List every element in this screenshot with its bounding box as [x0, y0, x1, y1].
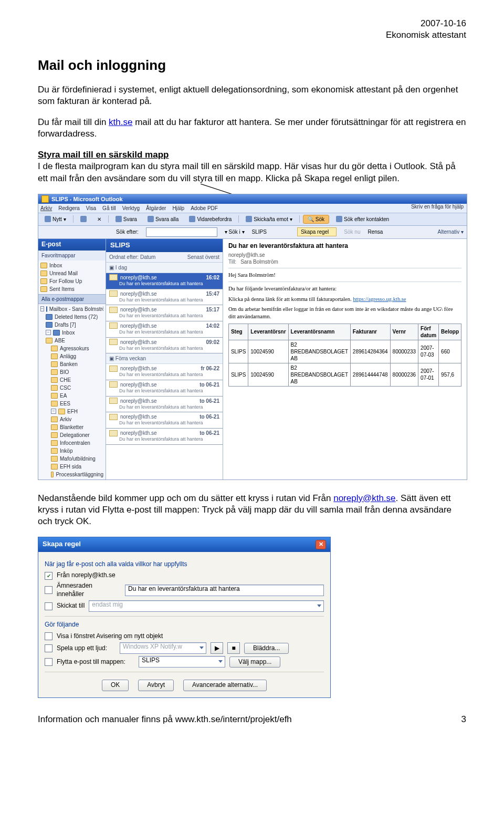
folder-item[interactable]: BIO — [40, 368, 103, 376]
folder-item[interactable]: Sent Items — [40, 285, 103, 293]
menu-gatill[interactable]: Gå till — [102, 205, 116, 212]
menu-adobepdf[interactable]: Adobe PDF — [191, 205, 218, 212]
message-list-pane: SLIPS Ordnat efter: DatumSenast överst ▣… — [106, 239, 223, 479]
outlook-screenshot: SLIPS - Microsoft Outlook Arkiv Redigera… — [38, 194, 467, 480]
folder-item[interactable]: CHE — [40, 376, 103, 384]
folder-item[interactable]: Inbox — [40, 262, 103, 269]
cb-from[interactable]: ✔ — [45, 572, 52, 580]
para-4: Nedanstående bild kommer upp och om du s… — [38, 493, 466, 527]
folder-item[interactable]: CSC — [40, 384, 103, 392]
noreply-link[interactable]: noreply@kth.se — [333, 493, 395, 503]
mail-subject: Du har en leverantörsfaktura att hantera — [228, 242, 461, 251]
tb-nytt[interactable]: Nytt ▾ — [41, 215, 70, 224]
outlook-menubar: Arkiv Redigera Visa Gå till Verktyg Åtgä… — [38, 204, 467, 213]
mail-item[interactable]: noreply@kth.seto 06-21Du har en leverant… — [106, 412, 223, 429]
tb-skicka[interactable]: Skicka/ta emot ▾ — [242, 215, 296, 224]
folder-item[interactable]: Deleted Items (72) — [40, 313, 103, 321]
mail-item[interactable]: noreply@kth.se14:02Du har en leverantörs… — [106, 321, 223, 338]
folder-item[interactable]: Delegationer — [40, 431, 103, 439]
advanced-button[interactable]: Avancerade alternativ... — [183, 680, 267, 691]
search-input[interactable] — [146, 227, 217, 237]
ok-button[interactable]: OK — [102, 680, 129, 691]
mail-item[interactable]: noreply@kth.seto 06-21Du har en leverant… — [106, 380, 223, 397]
folder-item[interactable]: Infocentralen — [40, 439, 103, 447]
tb-svaraalla[interactable]: Svara alla — [144, 215, 182, 224]
soknu-link[interactable]: Sök nu — [344, 228, 360, 235]
invoice-table: StegLeverantörsnrLeverantörsnamnFakturan… — [228, 324, 461, 387]
folder-combo[interactable]: SLIPS — [139, 656, 225, 668]
outlook-toolbar: Nytt ▾ ✕ Svara Svara alla Vidarebefordra… — [38, 213, 467, 226]
para-3: Styra mail till en särskild mapp I de fl… — [38, 149, 466, 184]
tb-print[interactable] — [77, 215, 90, 223]
stop-icon[interactable]: ■ — [227, 642, 240, 654]
folder-item[interactable]: Mafo/utbildning — [40, 455, 103, 463]
browse-button[interactable]: Bläddra... — [244, 643, 289, 654]
cb-move[interactable] — [45, 658, 52, 666]
cb-subject[interactable] — [45, 586, 52, 594]
folder-item[interactable]: EFH sida — [40, 463, 103, 471]
folder-item[interactable]: Drafts [7] — [40, 321, 103, 329]
folder-item[interactable]: Inköp — [40, 447, 103, 455]
cb-alert[interactable] — [45, 632, 52, 640]
folder-item[interactable]: EA — [40, 392, 103, 400]
folder-item[interactable]: Anlägg — [40, 352, 103, 360]
mail-item[interactable]: noreply@kth.sefr 06-22Du har en leverant… — [106, 364, 223, 380]
folder-item[interactable]: −EFH — [40, 408, 103, 415]
folder-item[interactable]: Arkiv — [40, 415, 103, 423]
page-number: 3 — [461, 714, 466, 725]
page-title: Mail och inloggning — [38, 57, 466, 75]
mail-item[interactable]: noreply@kth.seto 06-21Du har en leverant… — [106, 429, 223, 445]
skapa-regel-button[interactable]: Skapa regel — [297, 227, 337, 236]
sound-combo[interactable]: Windows XP Notify.w — [120, 642, 206, 654]
mail-item[interactable]: noreply@kth.se15:17Du har en leverantörs… — [106, 305, 223, 321]
menu-verktyg[interactable]: Verktyg — [122, 205, 140, 212]
para-1: Du är fördefinierad i systemet, enligt a… — [38, 84, 466, 107]
folder-item[interactable]: Unread Mail — [40, 269, 103, 277]
cb-sentto[interactable] — [45, 602, 52, 610]
folder-item[interactable]: ABE — [40, 337, 103, 345]
dialog-titlebar: Skapa regel ✕ — [38, 537, 330, 552]
subject-field[interactable]: Du har en leverantörsfaktura att hantera — [125, 585, 324, 596]
play-icon[interactable]: ▶ — [211, 642, 223, 654]
agresso-link[interactable]: https://agresso.ug.kth.se — [353, 296, 406, 302]
close-icon[interactable]: ✕ — [316, 540, 326, 549]
folder-item[interactable]: For Follow Up — [40, 277, 103, 285]
menu-atgarder[interactable]: Åtgärder — [146, 205, 166, 212]
menu-redigera[interactable]: Redigera — [58, 205, 80, 212]
menu-hjalp[interactable]: Hjälp — [172, 205, 184, 212]
para-2: Du får mail till din kth.se mail att du … — [38, 117, 466, 140]
sidebar-head: E-post — [38, 239, 106, 251]
mail-item[interactable]: noreply@kth.se09:02Du har en leverantörs… — [106, 338, 223, 354]
mail-item[interactable]: noreply@kth.se16:02Du har en leverantörs… — [106, 273, 223, 289]
folder-item[interactable]: −Mailbox - Sara Bolmström — [40, 305, 103, 313]
folder-item[interactable]: Processkartläggning — [40, 471, 103, 478]
alternativ-link[interactable]: Alternativ ▾ — [438, 228, 464, 235]
tb-kontakt[interactable]: Sök efter kontakten — [332, 215, 393, 224]
doc-type: Ekonomisk attestant — [38, 29, 466, 41]
tb-svara[interactable]: Svara — [112, 215, 141, 224]
mail-item[interactable]: noreply@kth.seto 06-21Du har en leverant… — [106, 397, 223, 413]
outlook-titlebar: SLIPS - Microsoft Outlook — [38, 194, 467, 204]
sentto-combo[interactable]: endast mig — [89, 600, 324, 612]
folder-item[interactable]: Agressokurs — [40, 345, 103, 352]
folder-item[interactable]: Blanketter — [40, 423, 103, 431]
tb-sok[interactable]: 🔍 Sök — [303, 215, 329, 224]
skapa-regel-dialog: Skapa regel ✕ När jag får e-post och all… — [38, 537, 331, 698]
menu-visa[interactable]: Visa — [86, 205, 96, 212]
menu-arkiv[interactable]: Arkiv — [40, 205, 52, 212]
mail-item[interactable]: noreply@kth.se15:47Du har en leverantörs… — [106, 289, 223, 306]
folder-item[interactable]: Banken — [40, 360, 103, 368]
folder-item[interactable]: EES — [40, 400, 103, 408]
choose-folder-button[interactable]: Välj mapp... — [229, 656, 280, 668]
tb-delete[interactable]: ✕ — [93, 215, 105, 224]
doc-date: 2007-10-16 — [38, 18, 466, 29]
help-search[interactable]: Skriv en fråga för hjälp — [411, 203, 464, 210]
kthse-link[interactable]: kth.se — [109, 117, 132, 127]
cancel-button[interactable]: Avbryt — [138, 680, 174, 691]
header-right: 2007-10-16 Ekonomisk attestant — [38, 18, 466, 41]
rensa-link[interactable]: Rensa — [368, 228, 383, 235]
cb-sound[interactable] — [45, 644, 52, 652]
folder-item[interactable]: −Inbox — [40, 329, 103, 337]
tb-vidare[interactable]: Vidarebefordra — [185, 215, 235, 224]
outlook-sidebar: E-post Favoritmappar InboxUnread MailFor… — [38, 239, 106, 479]
